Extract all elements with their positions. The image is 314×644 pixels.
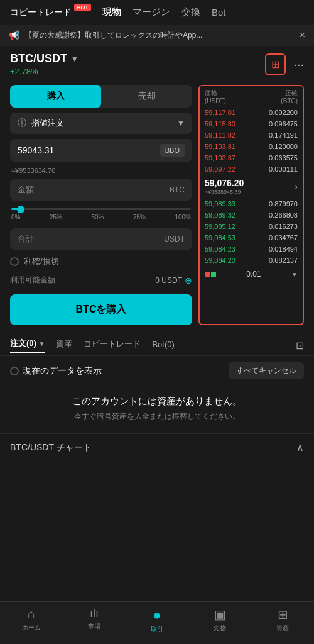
stop-loss-label: 利確/損切 — [24, 256, 59, 267]
slider-label-0: 0% — [11, 214, 20, 221]
chart-toggle-chevron[interactable]: ∧ — [296, 441, 304, 453]
sell-qty-1: 0.092200 — [269, 109, 298, 116]
tab-assets[interactable]: 資産 — [56, 338, 72, 352]
current-price: 59,076.20 — [205, 178, 244, 188]
bnav-trade[interactable]: ● 取引 — [126, 607, 188, 634]
current-data-radio[interactable] — [10, 367, 19, 375]
buy-qty-1: 0.879970 — [269, 200, 298, 208]
chart-toggle-button[interactable]: ⊞ — [265, 53, 286, 75]
sell-price-1: 59,117.01 — [205, 109, 236, 116]
bnav-assets[interactable]: ⊞ 資産 — [251, 607, 314, 634]
available-amount: 0 USDT — [155, 276, 182, 285]
slider-label-25: 25% — [50, 214, 62, 221]
buy-button[interactable]: BTCを購入 — [10, 294, 192, 325]
current-data-row: 現在のデータを表示 すべてキャンセル — [10, 362, 304, 379]
sell-order-row-2: 59,115.80 0.096475 — [202, 118, 300, 130]
tab-bot[interactable]: Bot(0) — [152, 340, 174, 352]
buy-tab[interactable]: 購入 — [10, 85, 101, 108]
depth-dropdown-icon[interactable]: ▼ — [291, 271, 298, 278]
chart-section[interactable]: BTC/USDT チャート ∧ — [0, 433, 314, 461]
more-options-button[interactable]: ··· — [293, 57, 304, 72]
nav-exchange[interactable]: 交換 — [181, 6, 200, 18]
available-value: 0 USDT ⊕ — [155, 275, 192, 286]
buy-price-1: 59,089.33 — [205, 200, 236, 208]
no-assets-subtitle: 今すぐ暗号資産を入金または振替してください。 — [10, 411, 304, 422]
deposit-icon[interactable]: ⊕ — [185, 275, 192, 286]
sell-qty-5: 0.063575 — [269, 154, 298, 162]
top-nav: コピートレード HOT 現物 マージン 交換 Bot — [0, 0, 314, 25]
buy-qty-5: 0.018494 — [269, 245, 298, 253]
tab-orders[interactable]: 注文(0) ▼ — [10, 338, 45, 353]
pair-info: BTC/USDT ▼ +2.78% — [10, 52, 78, 76]
sell-price-3: 59,111.82 — [205, 131, 236, 139]
buy-price-2: 59,089.32 — [205, 211, 236, 219]
buy-order-row-3: 59,085.12 0.016273 — [202, 221, 300, 232]
tab-orders-label: 注文(0) — [10, 338, 36, 348]
bnav-futures[interactable]: ▣ 先物 — [188, 607, 251, 634]
pair-actions: ⊞ ··· — [265, 53, 304, 75]
price-value[interactable]: 59043.31 — [18, 145, 160, 155]
total-input-row[interactable]: 合計 USDT — [10, 228, 192, 250]
pair-symbol: BTC/USDT — [10, 52, 67, 65]
buy-sell-tabs: 購入 売却 — [10, 85, 192, 108]
current-data-label: 現在のデータを表示 — [23, 365, 102, 377]
depth-chart-icon — [205, 272, 216, 277]
price-input-row[interactable]: 59043.31 BBO — [10, 139, 192, 162]
slider-thumb — [17, 206, 24, 213]
order-dropdown-icon: ▼ — [177, 119, 185, 128]
ob-qty-header: 正確(BTC) — [281, 89, 298, 104]
stop-loss-row[interactable]: 利確/損切 — [10, 255, 192, 269]
futures-icon: ▣ — [214, 607, 226, 622]
sell-price-2: 59,115.80 — [205, 120, 236, 128]
amount-input-row[interactable]: 金額 BTC — [10, 179, 192, 201]
bnav-market-label: 市場 — [88, 622, 100, 631]
buy-depth-indicator — [211, 272, 216, 277]
buy-price-3: 59,085.12 — [205, 223, 236, 230]
stop-loss-radio[interactable] — [10, 257, 19, 266]
announcement-bar: 📢 【夏の大感謝祭】取引してロレックスの時計やApp... × — [0, 25, 314, 46]
orders-content: 現在のデータを表示 すべてキャンセル このアカウントには資産がありません。 今す… — [0, 356, 314, 433]
bottom-tabs: 注文(0) ▼ 資産 コピートレード Bot(0) ⊡ — [0, 331, 314, 356]
total-label: 合計 — [18, 233, 164, 245]
slider-label-75: 75% — [133, 214, 146, 221]
slider-label-50: 50% — [91, 214, 104, 221]
total-currency: USDT — [164, 235, 185, 243]
trade-icon: ● — [153, 607, 161, 623]
copy-trade-label: コピートレード — [10, 7, 72, 18]
announce-close-button[interactable]: × — [300, 30, 305, 41]
depth-value: 0.01 — [246, 270, 261, 279]
nav-bot[interactable]: Bot — [212, 7, 226, 18]
buy-orders: 59,089.33 0.879970 59,089.32 0.266808 59… — [200, 198, 303, 266]
sell-qty-4: 0.120000 — [269, 143, 298, 150]
nav-spot[interactable]: 現物 — [102, 6, 121, 18]
assets-icon: ⊞ — [278, 607, 288, 622]
orders-settings-icon[interactable]: ⊡ — [296, 340, 304, 352]
pair-dropdown-icon[interactable]: ▼ — [71, 55, 78, 64]
current-data-left: 現在のデータを表示 — [10, 365, 102, 377]
sell-orders: 59,117.01 0.092200 59,115.80 0.096475 59… — [200, 107, 303, 175]
nav-margin[interactable]: マージン — [133, 6, 170, 18]
sell-price-5: 59,103.37 — [205, 154, 236, 162]
slider-container[interactable]: 0% 25% 50% 75% 100% — [10, 206, 192, 223]
order-info-icon: ⓘ — [18, 118, 26, 129]
current-price-arrow: › — [295, 181, 298, 192]
buy-qty-2: 0.266808 — [269, 211, 298, 219]
no-assets-title: このアカウントには資産がありません。 — [10, 396, 304, 408]
sell-tab[interactable]: 売却 — [101, 85, 192, 108]
sell-order-row-1: 59,117.01 0.092200 — [202, 107, 300, 118]
bbo-button[interactable]: BBO — [160, 144, 185, 157]
bnav-home[interactable]: ⌂ ホーム — [0, 607, 63, 634]
order-book-header: 価格(USDT) 正確(BTC) — [200, 86, 303, 107]
bottom-spacer — [0, 461, 314, 511]
cancel-all-button[interactable]: すべてキャンセル — [229, 362, 304, 379]
slider-label-100: 100% — [175, 214, 191, 221]
nav-copy-trade[interactable]: コピートレード HOT — [10, 7, 91, 18]
home-icon: ⌂ — [28, 607, 35, 621]
current-price-row[interactable]: 59,076.20 ≈¥9538945.39 › — [200, 175, 303, 198]
buy-qty-4: 0.034767 — [269, 234, 298, 242]
order-type-row[interactable]: ⓘ 指値注文 ▼ — [10, 113, 192, 134]
bnav-market[interactable]: ılı 市場 — [63, 607, 126, 634]
tab-copy-trade[interactable]: コピートレード — [84, 338, 141, 352]
bnav-home-label: ホーム — [22, 623, 41, 632]
pair-name-row[interactable]: BTC/USDT ▼ — [10, 52, 78, 65]
